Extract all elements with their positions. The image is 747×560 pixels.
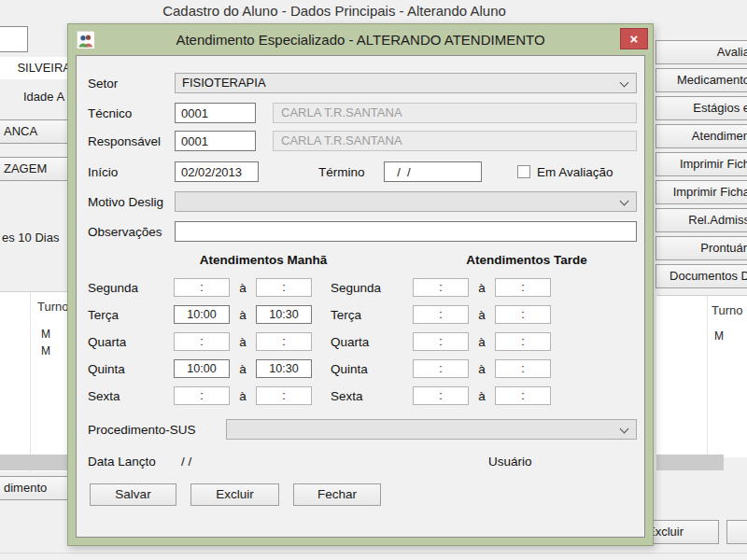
observacoes-label: Observações bbox=[88, 225, 175, 239]
bg-button-medicamentos[interactable]: Medicamento bbox=[655, 68, 747, 92]
fechar-button[interactable]: Fechar bbox=[293, 483, 381, 506]
a-separator: à bbox=[469, 362, 495, 376]
bg-button-rel-admissao[interactable]: Rel.Admiss bbox=[655, 208, 747, 232]
setor-label: Setor bbox=[88, 77, 175, 91]
day-label: Quarta bbox=[88, 335, 174, 349]
schedule-row-terca: Terça à Terça à bbox=[88, 304, 637, 325]
a-separator: à bbox=[230, 335, 256, 349]
chevron-down-icon bbox=[620, 197, 629, 206]
a-separator: à bbox=[469, 308, 495, 322]
table-cell: M bbox=[714, 329, 724, 343]
data-lancto-value: / / bbox=[181, 455, 213, 469]
sexta-morning-from-input[interactable] bbox=[174, 386, 230, 405]
bg-button-prontuario[interactable]: Prontuári bbox=[655, 236, 747, 260]
terca-morning-to-input[interactable] bbox=[256, 305, 312, 324]
screen: Cadastro do Aluno - Dados Principais - A… bbox=[0, 0, 747, 560]
day-label: Quinta bbox=[331, 362, 413, 376]
dialog-title: Atendimento Especializado - ALTERANDO AT… bbox=[68, 32, 653, 48]
day-label: Terça bbox=[88, 308, 174, 322]
right-table[interactable]: Turno M bbox=[656, 295, 747, 457]
table-cell: M bbox=[41, 344, 50, 357]
quinta-afternoon-to-input[interactable] bbox=[495, 359, 551, 378]
quinta-morning-to-input[interactable] bbox=[256, 359, 312, 378]
terca-afternoon-to-input[interactable] bbox=[495, 305, 551, 324]
divider bbox=[0, 553, 747, 553]
excluir-button[interactable]: Excluir bbox=[190, 483, 279, 506]
quarta-morning-to-input[interactable] bbox=[256, 332, 312, 351]
left-table-header-turno: Turno bbox=[37, 300, 68, 314]
responsavel-label: Responsável bbox=[88, 134, 175, 148]
day-label: Terça bbox=[331, 308, 413, 322]
atendimento-dialog: Atendimento Especializado - ALTERANDO AT… bbox=[67, 23, 654, 546]
main-window-title: Cadastro do Aluno - Dados Principais - A… bbox=[0, 3, 669, 19]
quinta-morning-from-input[interactable] bbox=[174, 359, 230, 378]
day-label: Quinta bbox=[88, 362, 174, 376]
morning-header: Atendimentos Manhã bbox=[88, 253, 405, 270]
a-separator: à bbox=[230, 362, 256, 376]
quarta-morning-from-input[interactable] bbox=[174, 332, 230, 351]
terca-afternoon-from-input[interactable] bbox=[413, 305, 469, 324]
responsavel-code-input[interactable] bbox=[175, 131, 256, 151]
quinta-afternoon-from-input[interactable] bbox=[413, 359, 469, 378]
procedimento-sus-select[interactable] bbox=[226, 419, 637, 440]
segunda-morning-to-input[interactable] bbox=[256, 278, 312, 297]
close-icon[interactable]: × bbox=[620, 28, 648, 49]
inicio-date-input[interactable] bbox=[175, 161, 259, 182]
right-table-header-turno: Turno bbox=[712, 303, 742, 317]
dialog-content: Setor FISIOTERAPIA Técnico CARLA T.R.SAN… bbox=[76, 55, 645, 538]
responsavel-name-display: CARLA T.R.SANTANA bbox=[273, 131, 637, 151]
tecnico-code-input[interactable] bbox=[175, 103, 256, 123]
sexta-afternoon-to-input[interactable] bbox=[495, 386, 551, 405]
partial-input[interactable] bbox=[0, 26, 28, 52]
schedule-row-quarta: Quarta à Quarta à bbox=[88, 331, 637, 352]
idade-label: Idade A bbox=[23, 90, 64, 104]
bg-button-imprimir-ficha-2[interactable]: Imprimir Ficha bbox=[655, 180, 747, 204]
day-label: Segunda bbox=[331, 281, 413, 295]
em-avaliacao-checkbox[interactable] bbox=[517, 165, 530, 178]
sexta-morning-to-input[interactable] bbox=[256, 386, 312, 405]
inicio-label: Início bbox=[88, 165, 175, 179]
schedule-row-sexta: Sexta à Sexta à bbox=[88, 385, 637, 406]
horizontal-scrollbar[interactable] bbox=[656, 455, 724, 470]
bg-button-documentos[interactable]: Documentos D bbox=[655, 264, 747, 288]
table-cell: M bbox=[41, 328, 50, 341]
schedule-row-segunda: Segunda à Segunda à bbox=[88, 277, 637, 298]
afternoon-header: Atendimentos Tarde bbox=[405, 253, 645, 270]
sexta-afternoon-from-input[interactable] bbox=[413, 386, 469, 405]
a-separator: à bbox=[469, 281, 495, 295]
a-separator: à bbox=[230, 389, 256, 403]
a-separator: à bbox=[230, 281, 256, 295]
student-name-field: SILVEIRA bbox=[0, 57, 73, 79]
tecnico-name-display: CARLA T.R.SANTANA bbox=[273, 103, 637, 123]
chevron-down-icon bbox=[620, 425, 629, 434]
quarta-afternoon-to-input[interactable] bbox=[495, 332, 551, 351]
setor-value: FISIOTERAPIA bbox=[182, 76, 266, 90]
segunda-afternoon-from-input[interactable] bbox=[413, 278, 469, 297]
data-lancto-label: Data Lançto bbox=[88, 455, 181, 469]
motivo-deslig-label: Motivo Deslig bbox=[88, 195, 175, 209]
a-separator: à bbox=[469, 335, 495, 349]
quarta-afternoon-from-input[interactable] bbox=[413, 332, 469, 351]
day-label: Sexta bbox=[88, 389, 174, 403]
dialog-titlebar[interactable]: Atendimento Especializado - ALTERANDO AT… bbox=[68, 24, 653, 55]
tecnico-label: Técnico bbox=[88, 106, 175, 120]
motivo-deslig-select[interactable] bbox=[175, 191, 637, 212]
a-separator: à bbox=[230, 308, 256, 322]
day-label: Quarta bbox=[331, 335, 413, 349]
terca-morning-from-input[interactable] bbox=[174, 305, 230, 324]
procedimento-sus-label: Procedimento-SUS bbox=[88, 423, 226, 437]
segunda-morning-from-input[interactable] bbox=[174, 278, 230, 297]
bg-button-avaliacoes[interactable]: Avalia bbox=[655, 40, 747, 64]
observacoes-input[interactable] bbox=[175, 221, 637, 242]
day-label: Segunda bbox=[88, 281, 174, 295]
dias-label: es 10 Dias bbox=[2, 231, 59, 245]
bg-button-imprimir-ficha-1[interactable]: Imprimir Fich bbox=[655, 152, 747, 176]
bg-button-atendimentos[interactable]: Atendimen bbox=[655, 124, 747, 148]
partial-button[interactable] bbox=[726, 520, 747, 544]
segunda-afternoon-to-input[interactable] bbox=[495, 278, 551, 297]
termino-label: Término bbox=[318, 165, 384, 179]
salvar-button[interactable]: Salvar bbox=[90, 483, 176, 506]
bg-button-estagios[interactable]: Estágios e bbox=[655, 96, 747, 120]
termino-date-input[interactable] bbox=[384, 161, 482, 182]
setor-select[interactable]: FISIOTERAPIA bbox=[175, 73, 637, 93]
